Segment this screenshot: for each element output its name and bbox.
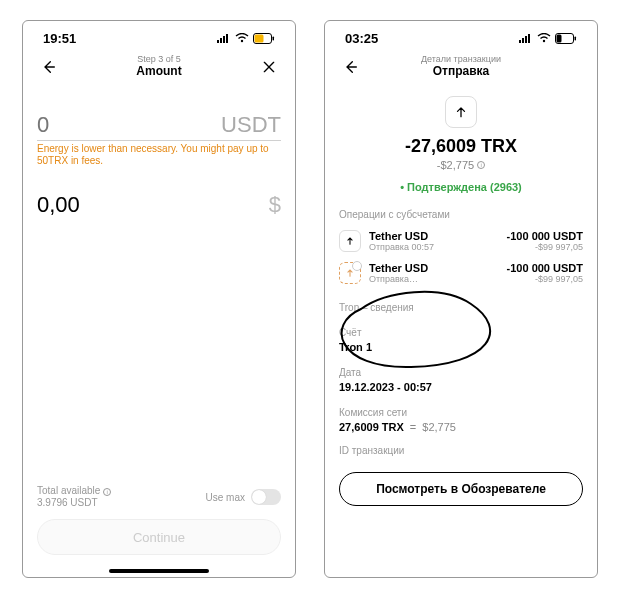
send-icon-box: [445, 96, 477, 128]
close-button[interactable]: [257, 59, 281, 75]
fiat-value: 0,00: [37, 192, 80, 218]
close-icon: [261, 59, 277, 75]
confirm-text: Подтверждена (2963): [407, 181, 522, 193]
arrow-left-icon: [343, 59, 359, 75]
available-row: Total available i 3.9796 USDT Use max: [37, 485, 281, 509]
explorer-label: Посмотреть в Обозревателе: [376, 482, 546, 496]
account-label: Счёт: [339, 327, 583, 338]
svg-point-12: [543, 40, 545, 42]
home-indicator[interactable]: [109, 569, 209, 573]
date-value: 19.12.2023 - 00:57: [339, 381, 583, 393]
nav-title: Amount: [61, 65, 257, 78]
svg-rect-15: [575, 36, 577, 40]
fee-label: Комиссия сети: [339, 407, 583, 418]
tron-section-label: Tron – сведения: [339, 302, 583, 313]
subops-label: Операции с субсчетами: [339, 209, 583, 220]
battery-icon: [253, 33, 275, 44]
info-icon[interactable]: i: [103, 488, 111, 496]
status-icons: [217, 33, 275, 44]
available-label: Total available: [37, 485, 100, 496]
arrow-up-pending-icon: [339, 262, 361, 284]
amount-currency: USDT: [221, 112, 281, 138]
amount-row[interactable]: 0 USDT: [37, 86, 281, 141]
nav-header: Step 3 of 5 Amount: [23, 49, 295, 86]
op-row[interactable]: Tether USD Отправка 00:57 -100 000 USDT …: [339, 230, 583, 252]
fee-warning: Energy is lower than necessary. You migh…: [37, 143, 281, 166]
back-button[interactable]: [37, 59, 61, 75]
battery-icon: [555, 33, 577, 44]
fee-trx: 27,6009 TRX: [339, 421, 404, 433]
fiat-currency: $: [269, 192, 281, 218]
wifi-icon: [537, 33, 551, 43]
arrow-left-icon: [41, 59, 57, 75]
continue-label: Continue: [133, 530, 185, 545]
svg-rect-10: [525, 36, 527, 43]
svg-rect-0: [217, 40, 219, 43]
arrow-up-icon: [454, 105, 468, 119]
available-block: Total available i 3.9796 USDT: [37, 485, 111, 509]
account-value: Tron 1: [339, 341, 583, 353]
view-explorer-button[interactable]: Посмотреть в Обозревателе: [339, 472, 583, 506]
svg-rect-9: [522, 38, 524, 43]
svg-rect-11: [528, 34, 530, 43]
wifi-icon: [235, 33, 249, 43]
svg-rect-6: [255, 34, 264, 42]
nav-title-block: Step 3 of 5 Amount: [61, 55, 257, 78]
op-title: Tether USD: [369, 230, 499, 242]
signal-icon: [519, 33, 533, 43]
use-max-toggle[interactable]: [251, 489, 281, 505]
signal-icon: [217, 33, 231, 43]
fee-eq: =: [410, 421, 416, 433]
confirm-status: • Подтверждена (2963): [339, 181, 583, 193]
op-amount: -100 000 USDT: [507, 230, 583, 242]
account-block: Счёт Tron 1: [339, 327, 583, 353]
txid-block: ID транзакции: [339, 445, 583, 456]
status-bar: 03:25: [325, 21, 597, 49]
tx-usd-value: -$2,775: [437, 159, 474, 171]
phone-left: 19:51 Step 3 of 5 Amount 0 USDT: [22, 20, 296, 578]
op-amount-usd: -$99 997,05: [507, 242, 583, 252]
status-time: 19:51: [43, 31, 76, 46]
svg-rect-1: [220, 38, 222, 43]
left-body: 0 USDT Energy is lower than necessary. Y…: [23, 86, 295, 569]
txid-label: ID транзакции: [339, 445, 583, 456]
nav-header: Детали транзакции Отправка: [325, 49, 597, 86]
op-subtitle: Отправка 00:57: [369, 242, 499, 252]
op-amount-usd: -$99 997,05: [507, 274, 583, 284]
svg-rect-2: [223, 36, 225, 43]
use-max-label: Use max: [206, 492, 245, 503]
available-value: 3.9796 USDT: [37, 497, 98, 508]
amount-value: 0: [37, 112, 49, 138]
svg-rect-8: [519, 40, 521, 43]
phone-right: 03:25 Детали транзакции Отправка -27,600…: [324, 20, 598, 578]
status-bar: 19:51: [23, 21, 295, 49]
nav-title: Отправка: [363, 65, 559, 78]
continue-button[interactable]: Continue: [37, 519, 281, 555]
op-amount: -100 000 USDT: [507, 262, 583, 274]
svg-rect-7: [273, 36, 275, 40]
tx-amount-usd: -$2,775 i: [339, 159, 583, 171]
svg-point-4: [241, 40, 243, 42]
back-button[interactable]: [339, 59, 363, 75]
use-max-block: Use max: [206, 489, 281, 505]
date-block: Дата 19.12.2023 - 00:57: [339, 367, 583, 393]
nav-title-block: Детали транзакции Отправка: [363, 55, 559, 78]
op-title: Tether USD: [369, 262, 499, 274]
op-row[interactable]: Tether USD Отправка… -100 000 USDT -$99 …: [339, 262, 583, 284]
info-icon[interactable]: i: [477, 161, 485, 169]
arrow-up-icon: [339, 230, 361, 252]
fee-usd: $2,775: [422, 421, 456, 433]
tx-amount: -27,6009 TRX: [339, 136, 583, 157]
fiat-row[interactable]: 0,00 $: [37, 192, 281, 218]
op-subtitle: Отправка…: [369, 274, 499, 284]
status-time: 03:25: [345, 31, 378, 46]
svg-rect-3: [226, 34, 228, 43]
fee-block: Комиссия сети 27,6009 TRX = $2,775: [339, 407, 583, 433]
status-icons: [519, 33, 577, 44]
right-body: -27,6009 TRX -$2,775 i • Подтверждена (2…: [325, 86, 597, 577]
svg-rect-14: [557, 34, 562, 42]
date-label: Дата: [339, 367, 583, 378]
